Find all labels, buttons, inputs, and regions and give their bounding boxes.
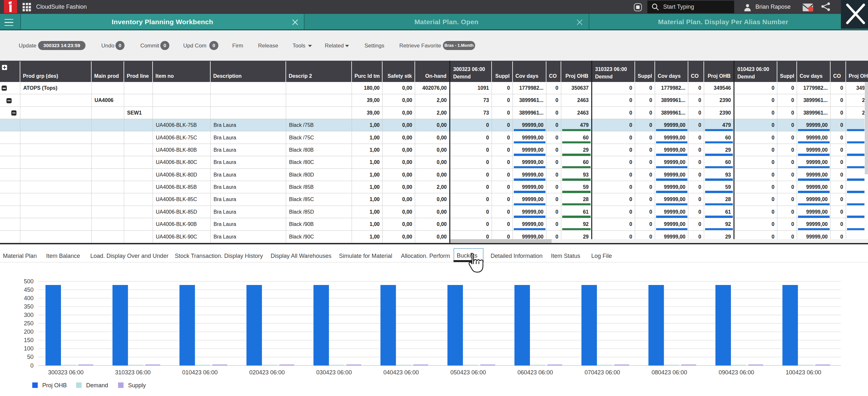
svg-text:030423 06:00: 030423 06:00: [316, 369, 352, 376]
svg-text:080423 06:00: 080423 06:00: [652, 369, 687, 376]
svg-text:0: 0: [30, 362, 34, 369]
svg-text:50: 50: [27, 354, 34, 360]
svg-text:070423 06:00: 070423 06:00: [585, 369, 620, 376]
svg-text:Supply: Supply: [128, 382, 146, 389]
svg-text:450: 450: [24, 286, 34, 293]
svg-text:060423 06:00: 060423 06:00: [517, 369, 553, 376]
svg-text:310323 06:00: 310323 06:00: [115, 369, 151, 376]
svg-text:400: 400: [24, 295, 34, 301]
svg-text:100: 100: [24, 345, 34, 352]
svg-text:100423 06:00: 100423 06:00: [786, 369, 821, 376]
svg-text:150: 150: [24, 337, 34, 343]
svg-text:020423 06:00: 020423 06:00: [249, 369, 285, 376]
svg-text:500: 500: [24, 278, 34, 285]
svg-text:Demand: Demand: [86, 382, 108, 389]
svg-text:040423 06:00: 040423 06:00: [383, 369, 419, 376]
svg-text:Proj OHB: Proj OHB: [42, 382, 67, 389]
svg-text:300: 300: [24, 312, 34, 318]
svg-text:250: 250: [24, 320, 34, 327]
svg-text:090423 06:00: 090423 06:00: [719, 369, 754, 376]
svg-text:050423 06:00: 050423 06:00: [450, 369, 486, 376]
svg-text:200: 200: [24, 329, 34, 335]
svg-text:350: 350: [24, 303, 34, 310]
svg-text:300323 06:00: 300323 06:00: [48, 369, 84, 376]
svg-text:010423 06:00: 010423 06:00: [182, 369, 218, 376]
